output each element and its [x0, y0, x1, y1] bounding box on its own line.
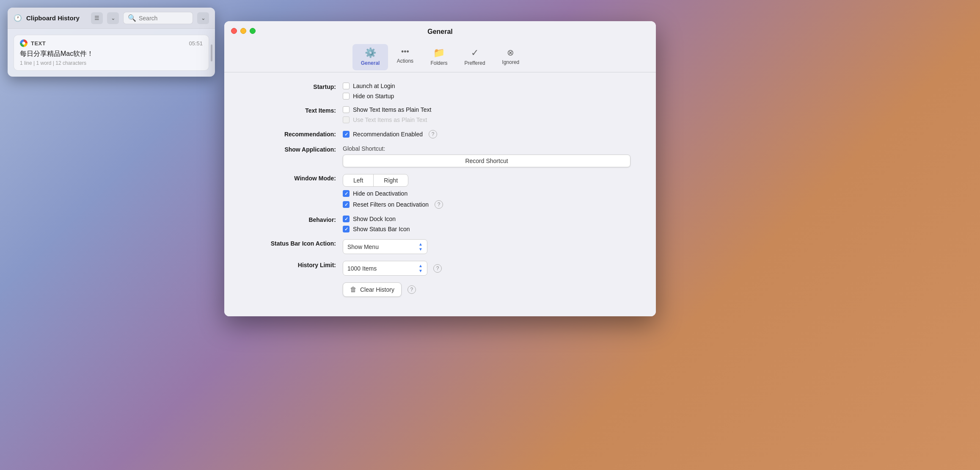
clear-history-button[interactable]: 🗑 Clear History: [343, 282, 402, 297]
history-limit-dropdown[interactable]: 1000 Items ▲ ▼: [343, 261, 427, 276]
show-text-plain-checkbox[interactable]: [343, 106, 350, 113]
settings-title: General: [427, 28, 453, 36]
show-text-plain-row: Show Text Items as Plain Text: [343, 106, 630, 113]
history-limit-help-button[interactable]: ?: [433, 264, 442, 273]
minimize-button[interactable]: [240, 28, 246, 34]
search-icon: 🔍: [128, 14, 136, 22]
preffered-icon: ✓: [471, 47, 479, 58]
recommendation-label: Recommendation:: [250, 130, 343, 138]
history-limit-controls: 1000 Items ▲ ▼ ?: [343, 261, 630, 276]
hide-on-deactivation-label: Hide on Deactivation: [353, 190, 407, 197]
window-right-button[interactable]: Right: [374, 174, 408, 186]
show-dock-icon-checkbox[interactable]: [343, 216, 350, 222]
reset-filters-label: Reset Filters on Deactivation: [353, 201, 429, 208]
show-dock-icon-row: Show Dock Icon: [343, 216, 630, 222]
scroll-indicator: [211, 44, 212, 61]
clipboard-titlebar: 🕐 Clipboard History ☰ ⌄ 🔍 ⌄: [8, 8, 215, 29]
tab-folders[interactable]: 📁 Folders: [422, 44, 456, 70]
window-mode-label: Window Mode:: [250, 174, 343, 182]
clear-history-help-button[interactable]: ?: [407, 285, 416, 294]
item-time: 05:51: [189, 40, 203, 47]
tab-ignored-label: Ignored: [502, 59, 520, 65]
tab-folders-label: Folders: [430, 60, 447, 66]
search-container: 🔍: [123, 12, 193, 24]
clear-history-label: Clear History: [360, 286, 394, 293]
startup-label: Startup:: [250, 83, 343, 90]
ignored-icon: ⊗: [507, 47, 514, 58]
recommendation-enabled-label: Recommendation Enabled: [353, 131, 423, 138]
clipboard-icon: 🕐: [14, 14, 22, 22]
history-limit-row: History Limit: 1000 Items ▲ ▼ ?: [250, 261, 630, 276]
recommendation-help-button[interactable]: ?: [429, 130, 437, 138]
show-application-row: Show Application: Global Shortcut: Recor…: [250, 145, 630, 167]
tab-preffered-label: Preffered: [464, 60, 485, 66]
settings-window: General ⚙️ General ••• Actions 📁 Folders…: [224, 21, 656, 316]
hide-on-startup-label: Hide on Startup: [353, 93, 394, 100]
chevron-down-button[interactable]: ⌄: [107, 12, 119, 24]
clipboard-title: Clipboard History: [26, 14, 87, 22]
show-menu-dropdown[interactable]: Show Menu ▲ ▼: [343, 239, 427, 254]
hide-on-startup-checkbox[interactable]: [343, 93, 350, 100]
traffic-lights: [231, 28, 256, 34]
history-limit-value: 1000 Items: [347, 265, 377, 272]
launch-at-login-checkbox[interactable]: [343, 83, 350, 89]
clipboard-item[interactable]: TEXT 05:51 每日分享精品Mac软件！ 1 line | 1 word …: [14, 35, 209, 71]
behavior-controls: Show Dock Icon Show Status Bar Icon: [343, 216, 630, 232]
hide-on-deactivation-checkbox[interactable]: [343, 190, 350, 197]
item-type-label: TEXT: [31, 40, 46, 47]
show-status-bar-icon-label: Show Status Bar Icon: [353, 226, 410, 232]
show-application-controls: Global Shortcut: Record Shortcut: [343, 145, 630, 167]
recommendation-checkbox[interactable]: [343, 131, 350, 138]
chevron-down-search-button[interactable]: ⌄: [197, 12, 209, 24]
tab-bar: ⚙️ General ••• Actions 📁 Folders ✓ Preff…: [224, 41, 656, 70]
trash-icon: 🗑: [350, 286, 357, 293]
behavior-row: Behavior: Show Dock Icon Show Status Bar…: [250, 216, 630, 232]
show-menu-value: Show Menu: [347, 243, 379, 250]
reset-filters-help-button[interactable]: ?: [435, 200, 443, 209]
fullscreen-button[interactable]: [250, 28, 256, 34]
text-items-label: Text Items:: [250, 106, 343, 114]
actions-icon: •••: [401, 47, 409, 56]
tab-ignored[interactable]: ⊗ Ignored: [494, 44, 528, 70]
show-dock-icon-label: Show Dock Icon: [353, 216, 396, 222]
close-button[interactable]: [231, 28, 237, 34]
launch-at-login-row: Launch at Login: [343, 83, 630, 89]
tab-preffered[interactable]: ✓ Preffered: [456, 44, 493, 70]
window-mode-segmented: Left Right: [343, 174, 408, 187]
tab-general-label: General: [361, 60, 380, 66]
search-input[interactable]: [139, 15, 188, 22]
shortcut-section: Global Shortcut: Record Shortcut: [343, 145, 630, 167]
recommendation-controls: Recommendation Enabled ?: [343, 130, 630, 138]
behavior-label: Behavior:: [250, 216, 343, 223]
tab-actions[interactable]: ••• Actions: [388, 44, 422, 70]
item-content: 每日分享精品Mac软件！: [20, 50, 203, 58]
text-items-row: Text Items: Show Text Items as Plain Tex…: [250, 106, 630, 123]
chrome-icon: [20, 39, 28, 47]
clipboard-item-header: TEXT 05:51: [20, 39, 203, 47]
use-text-plain-checkbox[interactable]: [343, 116, 350, 123]
window-mode-controls: Left Right Hide on Deactivation Reset Fi…: [343, 174, 630, 209]
startup-row: Startup: Launch at Login Hide on Startup: [250, 83, 630, 100]
record-shortcut-button[interactable]: Record Shortcut: [343, 155, 630, 167]
reset-filters-checkbox[interactable]: [343, 201, 350, 208]
show-status-bar-icon-checkbox[interactable]: [343, 226, 350, 232]
window-left-button[interactable]: Left: [343, 174, 374, 186]
history-limit-label: History Limit:: [250, 261, 343, 268]
tab-actions-label: Actions: [397, 58, 413, 64]
global-shortcut-label: Global Shortcut:: [343, 145, 630, 152]
clear-history-spacer: [250, 282, 343, 283]
history-limit-inner: 1000 Items ▲ ▼ ?: [343, 261, 630, 276]
folders-icon: 📁: [433, 47, 445, 58]
general-icon: ⚙️: [365, 47, 376, 58]
notes-button[interactable]: ☰: [91, 12, 103, 24]
clear-history-controls: 🗑 Clear History ?: [343, 282, 630, 297]
recommendation-row: Recommendation: Recommendation Enabled ?: [250, 130, 630, 138]
settings-titlebar: General: [224, 21, 656, 41]
window-mode-row: Window Mode: Left Right Hide on Deactiva…: [250, 174, 630, 209]
recommendation-enabled-row: Recommendation Enabled ?: [343, 130, 630, 138]
tab-general[interactable]: ⚙️ General: [352, 44, 388, 70]
text-items-controls: Show Text Items as Plain Text Use Text I…: [343, 106, 630, 123]
show-application-label: Show Application:: [250, 145, 343, 153]
status-bar-action-row: Status Bar Icon Action: Show Menu ▲ ▼: [250, 239, 630, 254]
hide-on-deactivation-row: Hide on Deactivation: [343, 190, 630, 197]
